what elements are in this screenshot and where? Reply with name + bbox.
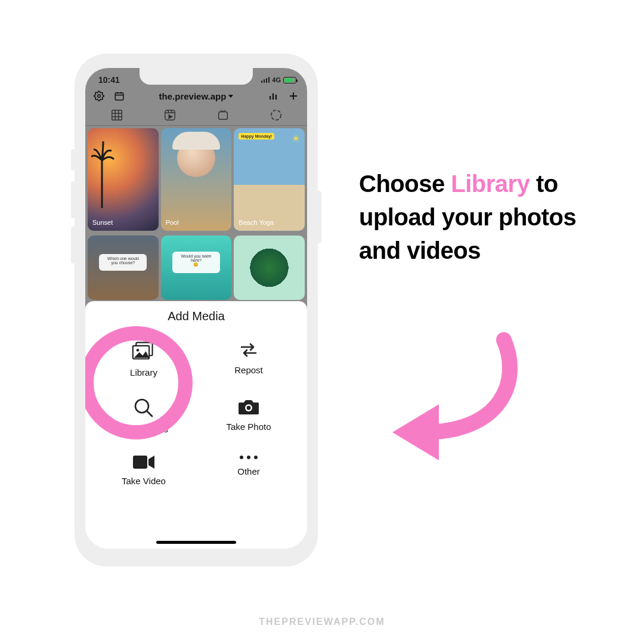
story-grid: Sunset Pool Happy Monday! ☀ Beach Yoga bbox=[85, 126, 307, 233]
sheet-title: Add Media bbox=[85, 309, 307, 323]
tab-stories[interactable] bbox=[270, 109, 283, 122]
svg-rect-6 bbox=[273, 94, 274, 100]
svg-point-0 bbox=[98, 95, 101, 98]
svg-point-31 bbox=[240, 456, 243, 459]
svg-rect-15 bbox=[165, 110, 175, 120]
story-card[interactable]: Happy Monday! ☀ Beach Yoga bbox=[234, 128, 305, 231]
sun-icon: ☀ bbox=[292, 133, 300, 144]
library-icon bbox=[132, 341, 156, 361]
svg-point-28 bbox=[247, 406, 251, 410]
story-card[interactable]: Which one would you choose? bbox=[88, 236, 159, 300]
story-label: Beach Yoga bbox=[239, 219, 274, 226]
take-photo-option[interactable]: Take Photo bbox=[196, 398, 301, 434]
poll-sticker: Which one would you choose? bbox=[99, 254, 147, 271]
add-media-sheet: Add Media Library Repost bbox=[85, 301, 307, 549]
camera-icon bbox=[237, 398, 260, 416]
library-option[interactable]: Library bbox=[91, 341, 196, 377]
video-icon bbox=[132, 454, 156, 470]
instruction-text: Choose Library to upload your photos and… bbox=[359, 167, 609, 267]
tab-row bbox=[85, 106, 307, 126]
arrow-annotation bbox=[382, 328, 537, 465]
repost-icon bbox=[238, 341, 259, 359]
svg-marker-34 bbox=[392, 404, 439, 460]
free-photos-option[interactable]: Free Photos bbox=[91, 398, 196, 434]
account-dropdown[interactable]: the.preview.app bbox=[159, 91, 234, 101]
story-card[interactable]: Sunset bbox=[88, 128, 159, 231]
story-grid-row2: Which one would you choose? Would you sw… bbox=[85, 233, 307, 302]
sheet-grid: Library Repost Free Photos bbox=[85, 328, 307, 486]
story-tag: Happy Monday! bbox=[239, 133, 274, 140]
signal-icon bbox=[261, 77, 270, 83]
instruction-highlight: Library bbox=[451, 171, 530, 197]
option-label: Repost bbox=[234, 365, 263, 375]
svg-marker-30 bbox=[148, 456, 154, 469]
tab-grid[interactable] bbox=[110, 109, 123, 122]
story-card[interactable]: Pool bbox=[161, 128, 232, 231]
add-icon[interactable] bbox=[288, 91, 299, 101]
status-right: 4G bbox=[261, 76, 296, 83]
network-label: 4G bbox=[272, 76, 281, 83]
search-image-icon bbox=[134, 398, 154, 418]
svg-line-26 bbox=[147, 411, 152, 416]
account-name: the.preview.app bbox=[159, 91, 227, 101]
svg-marker-19 bbox=[169, 115, 172, 119]
svg-point-24 bbox=[137, 349, 140, 352]
chevron-down-icon bbox=[228, 95, 233, 98]
option-label: Free Photos bbox=[119, 424, 168, 434]
option-label: Take Video bbox=[122, 476, 166, 486]
svg-rect-1 bbox=[115, 93, 123, 100]
phone-frame: 10:41 4G the.preview.app bbox=[75, 54, 318, 566]
instruction-part1: Choose bbox=[359, 171, 451, 197]
home-indicator bbox=[156, 541, 236, 544]
svg-point-33 bbox=[254, 456, 258, 459]
phone-screen: 10:41 4G the.preview.app bbox=[85, 68, 307, 549]
svg-point-25 bbox=[135, 400, 148, 413]
status-time: 10:41 bbox=[98, 75, 120, 85]
app-header: the.preview.app bbox=[85, 88, 307, 106]
svg-point-32 bbox=[247, 456, 250, 459]
option-label: Other bbox=[237, 466, 260, 476]
repost-option[interactable]: Repost bbox=[196, 341, 301, 377]
svg-rect-10 bbox=[112, 110, 122, 120]
svg-rect-29 bbox=[133, 456, 147, 469]
option-label: Take Photo bbox=[226, 422, 271, 432]
take-video-option[interactable]: Take Video bbox=[91, 454, 196, 486]
battery-icon bbox=[283, 77, 296, 83]
story-card[interactable]: Would you swim here?😊 bbox=[161, 236, 232, 300]
poll-sticker: Would you swim here?😊 bbox=[172, 252, 220, 273]
svg-point-21 bbox=[271, 110, 281, 120]
svg-rect-7 bbox=[275, 95, 277, 100]
more-icon bbox=[239, 454, 259, 460]
phone-notch bbox=[140, 68, 253, 85]
other-option[interactable]: Other bbox=[196, 454, 301, 486]
option-label: Library bbox=[130, 367, 157, 377]
tab-igtv[interactable] bbox=[216, 109, 230, 122]
story-label: Pool bbox=[166, 219, 179, 226]
app-background-dimmed: 10:41 4G the.preview.app bbox=[85, 68, 307, 335]
phone-side-button bbox=[71, 227, 75, 264]
calendar-icon[interactable] bbox=[114, 91, 125, 101]
analytics-icon[interactable] bbox=[268, 91, 278, 101]
watermark: THEPREVIEWAPP.COM bbox=[259, 617, 385, 627]
svg-rect-20 bbox=[218, 112, 227, 120]
story-card[interactable] bbox=[234, 236, 305, 300]
phone-side-button bbox=[71, 149, 75, 171]
phone-side-button bbox=[318, 191, 321, 243]
tab-reels[interactable] bbox=[163, 109, 177, 122]
svg-rect-5 bbox=[270, 96, 271, 100]
story-label: Sunset bbox=[92, 219, 113, 226]
phone-side-button bbox=[71, 181, 75, 218]
gear-icon[interactable] bbox=[94, 91, 104, 101]
